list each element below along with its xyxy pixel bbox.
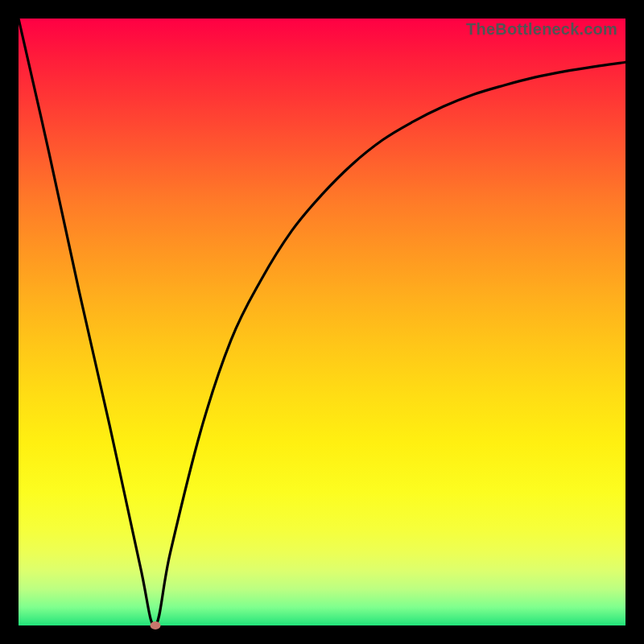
- plot-area: TheBottleneck.com: [19, 19, 625, 625]
- minimum-marker: [150, 621, 160, 630]
- chart-frame: TheBottleneck.com: [0, 0, 644, 644]
- bottleneck-curve: [19, 19, 625, 625]
